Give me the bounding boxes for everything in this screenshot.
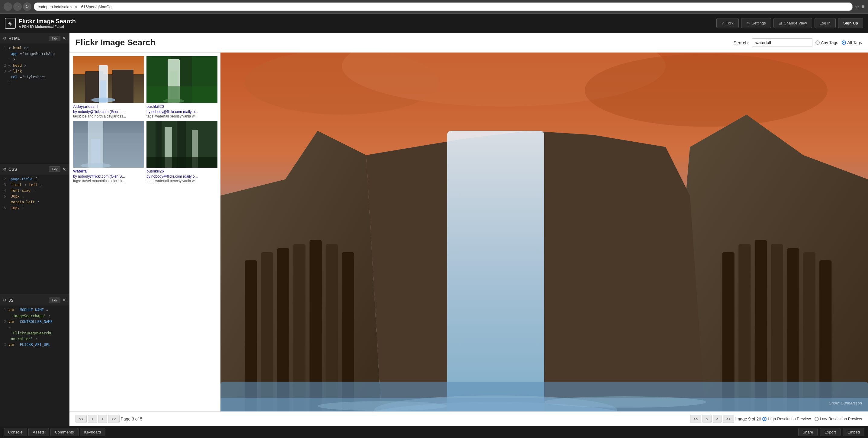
low-res-label: Low-Resolution Preview xyxy=(820,416,862,421)
image-preview: Snorri Gunnarsson xyxy=(220,53,868,411)
menu-icon: ≡ xyxy=(862,4,864,9)
js-code: 1var MODULE_NAME = 'imageSearchApp'; 2va… xyxy=(0,305,69,426)
svg-point-6 xyxy=(91,98,115,102)
css-section: ⚙ CSS Tidy ✕ 2.page-title { 3 float: lef… xyxy=(0,164,69,295)
browser-chrome: ← → ↻ codepen.io/faisalazam_1616/pen/gMa… xyxy=(0,0,868,13)
html-code: 1<html ng- app="imageSearchApp "> 2<head… xyxy=(0,43,69,164)
comments-tab[interactable]: Comments xyxy=(51,428,79,436)
console-tab[interactable]: Console xyxy=(4,428,27,436)
top-bar: ◈ Flickr Image Search A PEN BY Muhammad … xyxy=(0,13,868,33)
search-input[interactable] xyxy=(752,38,812,47)
image-prev-button[interactable]: < xyxy=(703,415,712,423)
item-title-4[interactable]: bushkill26 xyxy=(147,169,217,174)
pen-by-label: A PEN BY Muhammad Faisal xyxy=(19,25,76,28)
app-name: Flickr Image Search xyxy=(19,18,76,25)
back-button[interactable]: ← xyxy=(4,2,12,11)
item-title-1[interactable]: Aldeyjarfoss II xyxy=(73,104,144,109)
address-bar[interactable]: codepen.io/faisalazam_1616/pen/gMaqGq xyxy=(34,2,852,11)
image-area: Aldeyjarfoss II by nobody@flickr.com (Sn… xyxy=(69,53,868,411)
html-tidy-button[interactable]: Tidy xyxy=(49,36,60,41)
high-res-option[interactable]: High-Resolution Preview xyxy=(762,416,811,421)
item-title-2[interactable]: bushkill20 xyxy=(147,104,217,109)
js-tidy-button[interactable]: Tidy xyxy=(49,298,60,303)
high-res-label: High-Resolution Preview xyxy=(768,416,811,421)
js-gear-icon: ⚙ xyxy=(3,298,7,302)
css-tidy-button[interactable]: Tidy xyxy=(49,166,60,172)
item-author-2[interactable]: by nobody@flickr.com (daily o... xyxy=(147,110,198,114)
app-title: Flickr Image Search xyxy=(75,38,733,48)
css-close-button[interactable]: ✕ xyxy=(62,166,66,172)
settings-button[interactable]: ⚙ Settings xyxy=(741,18,771,28)
css-title: CSS xyxy=(8,167,47,171)
content-area: Flickr Image Search Search: Any Tags All… xyxy=(69,33,868,426)
grid-item-4[interactable]: bushkill26 by nobody@flickr.com (daily o… xyxy=(147,121,217,183)
grid-item-3[interactable]: Waterfall by nobody@flickr.com (Oleh S..… xyxy=(73,121,144,183)
html-header: ⚙ HTML Tidy ✕ xyxy=(0,33,69,43)
change-view-button[interactable]: ⊞ Change View xyxy=(773,18,812,28)
svg-point-52 xyxy=(318,401,447,411)
grid-row-2: Waterfall by nobody@flickr.com (Oleh S..… xyxy=(73,121,217,183)
change-view-icon: ⊞ xyxy=(779,21,782,25)
page-last-button[interactable]: >> xyxy=(108,415,119,423)
assets-tab[interactable]: Assets xyxy=(28,428,49,436)
forward-button[interactable]: → xyxy=(13,2,22,11)
html-gear-icon: ⚙ xyxy=(3,36,7,40)
content-inner: Flickr Image Search Search: Any Tags All… xyxy=(69,33,868,426)
top-actions: ⑂ Fork ⚙ Settings ⊞ Change View Log In S… xyxy=(716,18,863,28)
app-header: Flickr Image Search Search: Any Tags All… xyxy=(69,33,868,53)
grid-item-2[interactable]: bushkill20 by nobody@flickr.com (daily o… xyxy=(147,56,217,118)
image-info: Image 9 of 20 xyxy=(736,416,762,421)
image-grid: Aldeyjarfoss II by nobody@flickr.com (Sn… xyxy=(69,53,220,411)
page-prev-button[interactable]: < xyxy=(88,415,97,423)
fork-button[interactable]: ⑂ Fork xyxy=(716,18,739,28)
svg-rect-3 xyxy=(112,70,133,103)
export-button[interactable]: Export xyxy=(820,428,840,436)
item-author-3[interactable]: by nobody@flickr.com (Oleh S... xyxy=(73,174,125,179)
pagination-bar: << < > >> Page 3 of 5 << < > >> Image 9 … xyxy=(69,411,868,426)
logo-text: Flickr Image Search A PEN BY Muhammad Fa… xyxy=(19,18,76,28)
grid-item-1[interactable]: Aldeyjarfoss II by nobody@flickr.com (Sn… xyxy=(73,56,144,118)
all-tags-radio xyxy=(842,40,846,45)
settings-icon: ⚙ xyxy=(746,21,750,25)
login-button[interactable]: Log In xyxy=(814,18,836,28)
browser-icons: ☆ ≡ xyxy=(855,4,864,10)
svg-rect-47 xyxy=(447,131,544,411)
item-author-1[interactable]: by nobody@flickr.com (Snorri ... xyxy=(73,110,124,114)
bottom-right-actions: Share Export Embed xyxy=(798,428,864,436)
image-first-button[interactable]: << xyxy=(690,415,701,423)
nav-buttons: ← → ↻ xyxy=(4,2,31,11)
reload-button[interactable]: ↻ xyxy=(23,2,31,11)
logo-icon: ◈ xyxy=(5,18,16,29)
css-code: 2.page-title { 3 float: left; 4 font-siz… xyxy=(0,175,69,295)
sidebar: ⚙ HTML Tidy ✕ 1<html ng- app="imageSearc… xyxy=(0,33,69,426)
html-title: HTML xyxy=(8,36,47,41)
embed-button[interactable]: Embed xyxy=(843,428,864,436)
any-tags-option[interactable]: Any Tags xyxy=(815,40,838,45)
share-button[interactable]: Share xyxy=(798,428,818,436)
item-tags-3: tags: travel mountains color bir... xyxy=(73,179,144,183)
grid-row-1: Aldeyjarfoss II by nobody@flickr.com (Sn… xyxy=(73,56,217,118)
image-next-button[interactable]: > xyxy=(713,415,722,423)
page-first-button[interactable]: << xyxy=(75,415,87,423)
item-tags-1: tags: iceland north aldeyjarfoss... xyxy=(73,114,144,118)
page-next-button[interactable]: > xyxy=(98,415,107,423)
page-controls: << < > >> Page 3 of 5 xyxy=(75,415,142,423)
keyboard-tab[interactable]: Keyboard xyxy=(80,428,106,436)
js-close-button[interactable]: ✕ xyxy=(62,297,66,303)
main-layout: ⚙ HTML Tidy ✕ 1<html ng- app="imageSearc… xyxy=(0,33,868,426)
html-close-button[interactable]: ✕ xyxy=(62,35,66,41)
item-tags-2: tags: waterfall pennsylvania wi... xyxy=(147,114,217,118)
all-tags-label: All Tags xyxy=(847,40,862,45)
signup-button[interactable]: Sign Up xyxy=(838,18,863,28)
all-tags-option[interactable]: All Tags xyxy=(842,40,862,45)
star-icon: ☆ xyxy=(855,4,859,10)
item-author-4[interactable]: by nobody@flickr.com (daily o... xyxy=(147,174,198,179)
logo-area: ◈ Flickr Image Search A PEN BY Muhammad … xyxy=(5,18,716,29)
low-res-option[interactable]: Low-Resolution Preview xyxy=(814,416,862,421)
svg-rect-51 xyxy=(220,398,868,411)
fork-icon: ⑂ xyxy=(721,21,724,25)
image-last-button[interactable]: >> xyxy=(723,415,734,423)
svg-rect-25 xyxy=(147,157,217,168)
item-title-3[interactable]: Waterfall xyxy=(73,169,144,174)
item-tags-4: tags: waterfall pennsylvania wi... xyxy=(147,179,217,183)
